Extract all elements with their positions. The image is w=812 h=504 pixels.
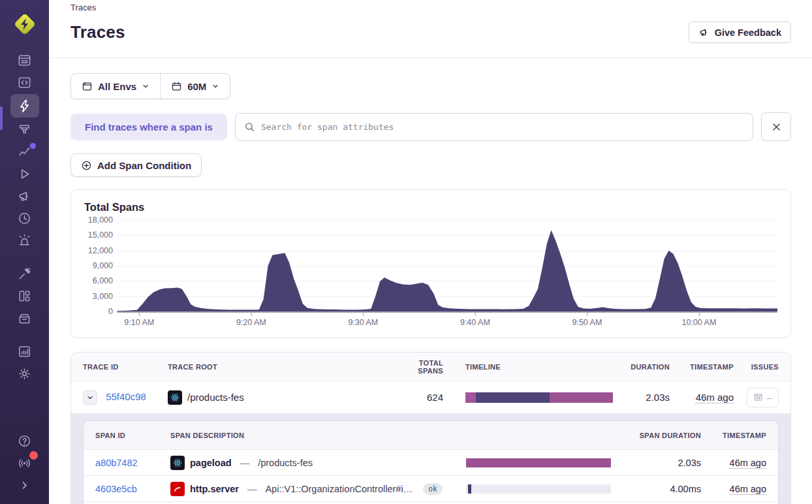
sidebar-item-performance[interactable]: [10, 94, 39, 118]
chevron-down-icon: [142, 82, 149, 90]
play-icon: [17, 166, 32, 181]
sidebar-item-projects[interactable]: [10, 71, 39, 93]
circled-plus-icon: [81, 160, 92, 171]
sidebar-item-settings[interactable]: [10, 362, 39, 385]
page-header: Traces Traces Give Feedback: [49, 0, 812, 58]
separator: —: [247, 484, 257, 494]
span-id-link[interactable]: 4603e5cb: [95, 484, 137, 494]
sentry-logo[interactable]: [12, 11, 38, 37]
span-row[interactable]: 4603e5cb http.server — Api::V1::Organiza…: [84, 476, 778, 502]
rails-project-icon: [170, 482, 185, 496]
total-spans-value: 624: [394, 392, 465, 403]
sidebar-item-dashboards[interactable]: [10, 285, 39, 307]
span-row[interactable]: a80b7482 pageload — /products-fes 2.03s: [84, 450, 778, 476]
span-op: pageload: [190, 458, 232, 468]
col-trace-root: TRACE ROOT: [168, 363, 394, 371]
chart-y-axis: 03,0006,0009,00012,00015,00018,000: [84, 220, 117, 311]
sidebar-item-whats-new[interactable]: [10, 452, 39, 474]
sidebar-item-insights[interactable]: [10, 262, 39, 285]
add-span-condition-button[interactable]: Add Span Condition: [70, 153, 202, 177]
traces-table-header: TRACE ID TRACE ROOT TOTAL SPANS TIMELINE…: [71, 353, 790, 381]
span-search-input[interactable]: [261, 122, 744, 132]
profiling-icon: [17, 122, 32, 137]
sidebar-item-archive[interactable]: [10, 307, 39, 329]
breadcrumb[interactable]: Traces: [70, 3, 791, 12]
trace-timeline-bar[interactable]: [465, 392, 613, 403]
trace-issues-badge[interactable]: –: [747, 388, 779, 407]
chart-plot-area[interactable]: [117, 220, 777, 311]
span-duration: 4.00ms: [611, 484, 701, 494]
expanded-trace-zone: SPAN ID SPAN DESCRIPTION SPAN DURATION T…: [71, 413, 790, 504]
col-total-spans: TOTAL SPANS: [394, 359, 465, 375]
stats-icon: [17, 344, 32, 359]
sidebar-item-metrics[interactable]: [10, 140, 39, 163]
react-project-icon: [168, 390, 182, 405]
react-project-icon: [170, 456, 185, 470]
trace-root-name: /products-fes: [187, 392, 244, 403]
megaphone-icon: [17, 189, 32, 204]
issues-icon: [753, 392, 763, 402]
traces-table: TRACE ID TRACE ROOT TOTAL SPANS TIMELINE…: [70, 352, 791, 504]
col-trace-id: TRACE ID: [83, 363, 168, 371]
calendar-icon: [171, 81, 182, 92]
clock-icon: [17, 211, 32, 226]
clear-search-button[interactable]: [761, 112, 791, 141]
sidebar-item-replays[interactable]: [10, 163, 39, 185]
trace-row[interactable]: 55f40c98 /products-fes 624 2.03s 46m ago: [71, 381, 790, 413]
page-title: Traces: [70, 22, 125, 42]
metrics-notification-dot: [30, 143, 36, 149]
code-folder-icon: [17, 75, 32, 90]
gear-icon: [17, 366, 32, 381]
sidebar-item-releases[interactable]: [10, 207, 39, 229]
time-range-dropdown[interactable]: 60M: [161, 74, 230, 99]
span-id-link[interactable]: a80b7482: [95, 458, 138, 468]
total-spans-chart-panel: Total Spans 03,0006,0009,00012,00015,000…: [70, 189, 791, 338]
sidebar-item-alerts[interactable]: [10, 229, 39, 251]
span-description: Api::V1::OrganizationController#i…: [265, 484, 413, 494]
megaphone-icon: [698, 27, 710, 38]
col-duration: DURATION: [613, 363, 670, 371]
chart-title: Total Spans: [84, 201, 777, 213]
span-search-box[interactable]: [235, 113, 753, 141]
trace-duration: 2.03s: [613, 392, 670, 403]
environment-filter-dropdown[interactable]: All Envs: [71, 74, 160, 99]
help-icon: [17, 433, 32, 449]
lightning-icon: [17, 99, 32, 114]
chevron-down-icon: [211, 82, 219, 90]
col-span-id: SPAN ID: [95, 432, 170, 439]
window-icon: [82, 81, 93, 92]
area-series: [117, 220, 777, 311]
span-status-badge: ok: [423, 483, 443, 495]
issues-count: –: [767, 392, 772, 403]
chevron-right-icon: [17, 478, 32, 493]
trace-id-link[interactable]: 55f40c98: [106, 390, 146, 402]
sidebar-collapse-button[interactable]: [10, 474, 39, 496]
span-description: /products-fes: [258, 458, 313, 468]
col-span-duration: SPAN DURATION: [611, 432, 701, 439]
sidebar-item-stats[interactable]: [10, 340, 39, 362]
whats-new-notification-dot: [29, 451, 38, 460]
sidebar-item-issues[interactable]: [10, 49, 39, 71]
sidebar-item-profiling[interactable]: [10, 118, 39, 140]
chart-x-axis: 9:10 AM9:20 AM9:30 AM9:40 AM9:50 AM10:00…: [117, 313, 777, 330]
span-timeline-bar[interactable]: [466, 484, 611, 494]
col-span-timestamp: TIMESTAMP: [701, 432, 766, 439]
active-nav-indicator: [0, 106, 3, 130]
add-span-condition-label: Add Span Condition: [97, 160, 191, 171]
separator: —: [240, 458, 250, 468]
col-timestamp: TIMESTAMP: [670, 363, 734, 371]
dashboards-icon: [17, 289, 32, 304]
span-timeline-bar[interactable]: [466, 458, 611, 467]
col-timeline: TIMELINE: [465, 363, 613, 371]
give-feedback-label: Give Feedback: [715, 27, 781, 38]
span-duration: 2.03s: [611, 458, 701, 468]
collapse-trace-button[interactable]: [83, 390, 97, 405]
sidebar-item-help[interactable]: [10, 430, 39, 452]
sidebar-item-feedback[interactable]: [10, 185, 39, 207]
trace-timestamp: 46m ago: [696, 392, 734, 403]
environment-filter-label: All Envs: [98, 81, 136, 92]
give-feedback-button[interactable]: Give Feedback: [689, 22, 791, 43]
archive-box-icon: [17, 311, 32, 326]
main-content: Traces Traces Give Feedback All Envs: [49, 0, 812, 504]
spans-table-header: SPAN ID SPAN DESCRIPTION SPAN DURATION T…: [84, 421, 778, 450]
